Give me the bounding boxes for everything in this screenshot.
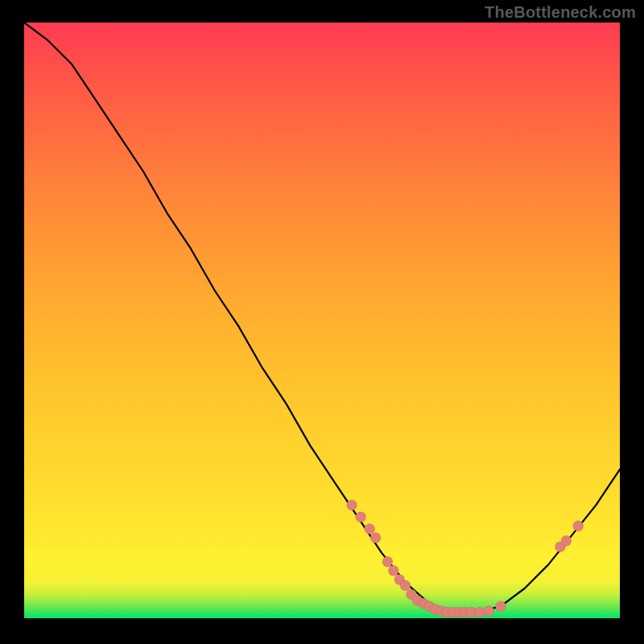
data-dot — [496, 601, 506, 612]
data-dot — [356, 512, 366, 522]
data-dots — [347, 500, 584, 617]
data-dot — [400, 580, 411, 591]
watermark-text: TheBottleneck.com — [485, 3, 636, 22]
data-dot — [561, 535, 572, 546]
chart-area — [24, 23, 620, 618]
data-dot — [573, 521, 584, 531]
bottleneck-curve — [24, 23, 620, 613]
data-dot — [382, 556, 393, 567]
chart-svg — [24, 23, 620, 618]
data-dot — [388, 565, 398, 576]
data-dot — [365, 524, 375, 535]
data-dot — [370, 533, 381, 543]
data-dot — [347, 500, 357, 510]
data-dot — [484, 606, 494, 617]
